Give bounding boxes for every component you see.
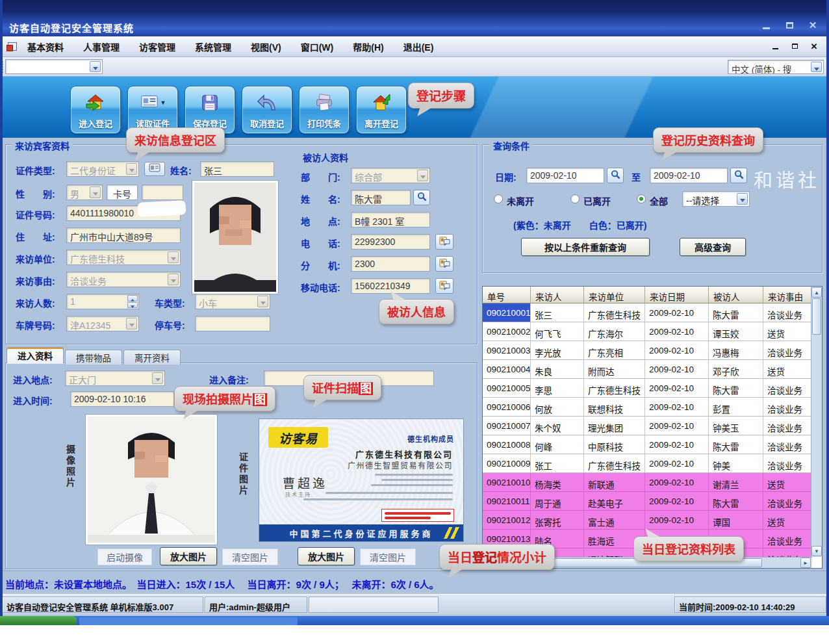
parking-number-field[interactable] <box>195 316 270 331</box>
table-row[interactable]: 090210012 张寄托 富士通 2009-02-10 谭国 送货 <box>483 511 811 530</box>
table-row[interactable]: 090210004 朱良 附而达 2009-02-10 邓子欣 送货 <box>483 360 811 379</box>
save-registration-button[interactable]: 保存登记 <box>185 86 235 134</box>
scroll-down-icon[interactable]: ▼ <box>811 546 822 556</box>
enter-registration-button[interactable]: 进入登记 <box>70 86 121 134</box>
menu-item-view[interactable]: 视图(V) <box>251 40 281 53</box>
clear-scan-button[interactable]: 清空图片 <box>360 548 416 565</box>
card-number-field[interactable] <box>142 185 183 200</box>
mdi-minimize-icon[interactable] <box>771 42 780 51</box>
scroll-up-icon[interactable]: ▲ <box>811 287 822 298</box>
menu-item-basic[interactable]: 基本资料 <box>27 40 64 53</box>
chevron-down-icon[interactable] <box>811 62 822 72</box>
visited-name-search-button[interactable] <box>413 190 430 205</box>
scroll-right-icon[interactable]: ► <box>800 558 811 568</box>
id-type-combobox[interactable]: 二代身份证 <box>66 161 139 177</box>
status-app-info: 访客自动登记安全管理系统 单机标准版3.007 <box>2 597 203 613</box>
menu-item-hr[interactable]: 人事管理 <box>83 40 120 53</box>
requery-button[interactable]: 按以上条件重新查询 <box>521 238 650 256</box>
column-header[interactable]: 单号 <box>483 287 531 303</box>
tab-carried-items[interactable]: 携带物品 <box>65 350 122 365</box>
extension-notify-button[interactable] <box>435 256 453 272</box>
column-header[interactable]: 来访人 <box>531 287 584 303</box>
date-from-picker-button[interactable] <box>607 168 624 183</box>
phone-notify-button[interactable] <box>435 234 453 250</box>
chevron-down-icon[interactable] <box>737 193 748 205</box>
table-row[interactable]: 090210002 何飞飞 广东海尔 2009-02-10 谭玉姣 送货 <box>483 322 811 341</box>
menu-item-window[interactable]: 窗口(W) <box>301 40 334 53</box>
zoom-scan-button[interactable]: 放大图片 <box>298 547 355 565</box>
read-card-button[interactable] <box>144 162 165 176</box>
zoom-photo-button[interactable]: 放大图片 <box>160 547 217 565</box>
column-header[interactable]: 来访事由 <box>763 287 811 303</box>
visited-name-field[interactable]: 陈大雷 <box>351 190 411 205</box>
date-to-field[interactable]: 2009-02-10 <box>650 168 728 183</box>
print-slip-button[interactable]: 打印凭条 <box>299 86 350 134</box>
gender-combobox[interactable]: 男 <box>66 185 103 200</box>
date-from-field[interactable]: 2009-02-10 <box>526 168 604 183</box>
card-number-button[interactable]: 卡号 <box>107 185 138 200</box>
status-empty-cell <box>309 597 439 613</box>
menu-item-visitor[interactable]: 访客管理 <box>139 40 175 53</box>
visitor-company-combobox[interactable]: 广东德生科技 <box>66 250 181 265</box>
leave-registration-button[interactable]: 离开登记 <box>356 86 407 134</box>
table-row[interactable]: 090210001 张三 广东德生科技 2009-02-10 陈大雷 洽谈业务 <box>483 303 811 322</box>
date-to-picker-button[interactable] <box>730 168 747 183</box>
advanced-query-button[interactable]: 高级查询 <box>680 238 746 256</box>
radio-all-label[interactable]: 全部 <box>650 194 668 207</box>
vehicle-type-combobox[interactable]: 小车 <box>195 294 270 309</box>
mdi-restore-icon[interactable] <box>790 42 799 51</box>
radio-not-left-label[interactable]: 未离开 <box>507 194 534 207</box>
language-bar[interactable]: 中文 (简体) - 搜 <box>728 60 824 74</box>
table-row[interactable]: 090210007 朱个奴 理光集团 2009-02-10 钟美玉 洽谈业务 <box>483 417 811 435</box>
start-button[interactable] <box>0 616 77 625</box>
chevron-down-icon[interactable] <box>90 61 101 72</box>
table-row[interactable]: 090210008 何峰 中原科技 2009-02-10 陈大雷 洽谈业务 <box>483 435 811 454</box>
menu-item-system[interactable]: 系统管理 <box>195 40 231 53</box>
menu-item-help[interactable]: 帮助(H) <box>353 40 383 53</box>
minimize-icon[interactable] <box>759 19 773 31</box>
vertical-scrollbar[interactable]: ▲ ▼ <box>811 287 822 557</box>
radio-all[interactable] <box>637 194 646 203</box>
extension-label: 分 机: <box>301 259 340 272</box>
phone-field[interactable]: 22992300 <box>351 234 430 250</box>
tab-entry-info[interactable]: 进入资料 <box>6 347 64 363</box>
location-field[interactable]: B幢 2301 室 <box>351 212 430 227</box>
mobile-notify-button[interactable] <box>435 278 453 294</box>
entry-time-label: 进入时间: <box>13 394 53 407</box>
read-id-button[interactable]: ▼ 读取证件 <box>127 86 178 134</box>
query-select-combobox[interactable]: --请选择 <box>682 191 750 207</box>
quick-select-combobox[interactable] <box>5 59 103 74</box>
table-row[interactable]: 090210010 杨海类 新联通 2009-02-10 谢清兰 送货 <box>483 473 811 492</box>
radio-left-label[interactable]: 已离开 <box>583 194 611 207</box>
visit-reason-combobox[interactable]: 洽谈业务 <box>66 272 181 287</box>
visitor-count-stepper[interactable]: 1 <box>66 294 139 309</box>
table-row[interactable]: 090210006 何放 联想科技 2009-02-10 彭置 洽谈业务 <box>483 398 811 417</box>
clear-photo-button[interactable]: 清空图片 <box>222 548 278 565</box>
visitor-name-field[interactable]: 张三 <box>200 161 274 177</box>
start-camera-button[interactable]: 启动摄像 <box>97 548 152 565</box>
extension-field[interactable]: 2300 <box>351 256 430 272</box>
close-icon[interactable]: ✕ <box>806 19 820 31</box>
restore-icon[interactable] <box>782 19 797 31</box>
radio-left[interactable] <box>570 194 580 203</box>
column-header[interactable]: 被访人 <box>709 287 763 303</box>
tab-leave-info[interactable]: 离开资料 <box>123 350 181 365</box>
plate-number-combobox[interactable]: 津A12345 <box>66 316 139 331</box>
taskbar-button[interactable] <box>79 617 298 625</box>
table-row[interactable]: 090210003 李光放 广东亮相 2009-02-10 冯惠梅 洽谈业务 <box>483 341 811 360</box>
column-header[interactable]: 来访单位 <box>584 287 645 303</box>
table-row[interactable]: 090210011 周于通 赴美电子 2009-02-10 陈大雷 洽谈业务 <box>483 492 811 511</box>
address-field[interactable]: 广州市中山大道89号 <box>66 227 181 243</box>
stepper-arrows-icon[interactable] <box>127 295 138 308</box>
cancel-registration-button[interactable]: 取消登记 <box>242 86 292 134</box>
radio-not-left[interactable] <box>494 194 503 203</box>
vertical-scroll-thumb[interactable] <box>812 298 821 335</box>
column-header[interactable]: 来访日期 <box>645 287 709 303</box>
entry-place-combobox[interactable]: 正大门 <box>65 370 165 386</box>
mdi-close-icon[interactable]: ✕ <box>810 42 819 51</box>
table-row[interactable]: 090210009 张工 广东德生科技 2009-02-10 钟美 洽谈业务 <box>483 454 811 473</box>
menu-item-exit[interactable]: 退出(E) <box>403 40 434 53</box>
entry-time-field[interactable]: 2009-02-10 10:16 <box>70 391 174 407</box>
department-combobox[interactable]: 综合部 <box>351 168 430 183</box>
table-row[interactable]: 090210005 李思 广东德生科技 2009-02-10 陈大雷 洽谈业务 <box>483 379 811 398</box>
